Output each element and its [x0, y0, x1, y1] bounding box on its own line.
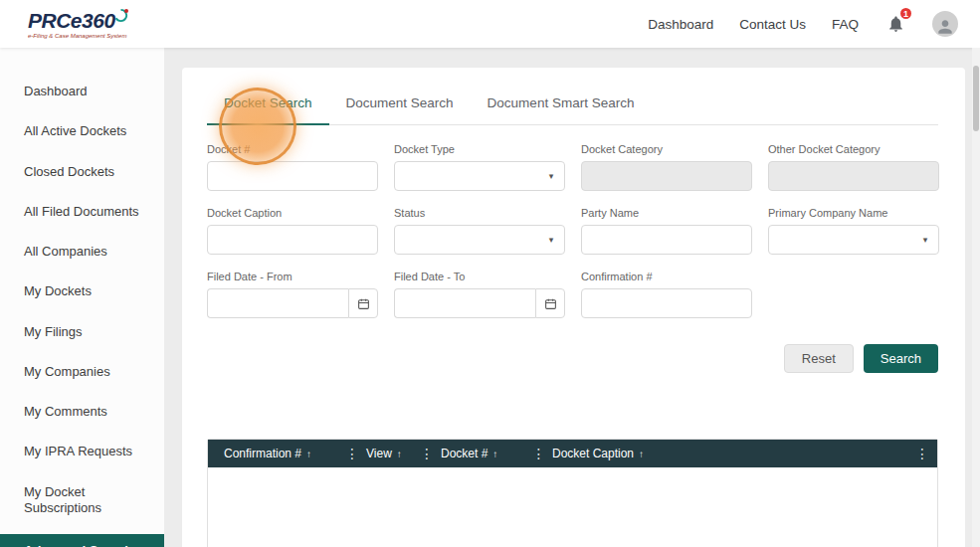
docket-caption-input[interactable]: [208, 226, 377, 254]
docket-category-label: Docket Category: [581, 143, 752, 155]
sort-asc-icon[interactable]: ↑: [397, 449, 402, 459]
column-docket-caption[interactable]: Docket Caption ↑: [552, 447, 907, 460]
sidebar-item-my-filings[interactable]: My Filings: [0, 312, 164, 352]
docket-number-input[interactable]: [208, 162, 377, 190]
column-label: Docket Caption: [552, 447, 634, 460]
sidebar-item-dashboard[interactable]: Dashboard: [0, 72, 164, 111]
column-menu-icon[interactable]: ⋮: [413, 446, 441, 461]
sort-asc-icon[interactable]: ↑: [639, 449, 644, 459]
tab-docket-search[interactable]: Docket Search: [207, 95, 329, 125]
status-input[interactable]: [395, 226, 538, 254]
sort-asc-icon[interactable]: ↑: [306, 449, 311, 459]
logo-tagline: e-Filing & Case Management System: [28, 33, 132, 39]
results-table-header: Confirmation # ↑ ⋮ View ↑ ⋮ Docket # ↑ ⋮…: [208, 440, 937, 467]
field-primary-company-name: Primary Company Name ▾: [768, 207, 939, 255]
sidebar-item-all-filed-documents[interactable]: All Filed Documents: [0, 192, 164, 232]
sidebar-item-all-companies[interactable]: All Companies: [0, 232, 164, 272]
docket-type-label: Docket Type: [394, 143, 565, 155]
search-button[interactable]: Search: [864, 344, 938, 373]
column-label: Docket #: [441, 447, 488, 460]
form-actions: Reset Search: [207, 344, 938, 373]
party-name-label: Party Name: [581, 207, 752, 219]
column-docket-number[interactable]: Docket # ↑: [441, 447, 525, 460]
filed-date-from-input[interactable]: [208, 289, 348, 317]
status-label: Status: [394, 207, 565, 219]
column-confirmation-number[interactable]: Confirmation # ↑: [208, 447, 338, 460]
chevron-down-icon[interactable]: ▾: [538, 162, 564, 190]
other-docket-category-input: [769, 162, 938, 190]
column-menu-icon[interactable]: ⋮: [525, 446, 552, 461]
tab-document-smart-search[interactable]: Document Smart Search: [471, 95, 652, 124]
app-logo[interactable]: PRCe360 e-Filing & Case Management Syste…: [28, 10, 132, 39]
field-filed-date-to: Filed Date - To: [394, 271, 565, 318]
chevron-down-icon[interactable]: ▾: [912, 226, 938, 254]
field-docket-caption: Docket Caption: [207, 207, 378, 255]
field-party-name: Party Name: [581, 207, 752, 255]
sidebar-item-my-companies[interactable]: My Companies: [0, 352, 164, 392]
primary-company-name-select[interactable]: ▾: [768, 225, 939, 255]
user-avatar[interactable]: [932, 11, 958, 37]
nav-contact-us[interactable]: Contact Us: [739, 17, 806, 32]
search-panel: Docket Search Document Search Document S…: [182, 68, 965, 547]
notification-badge: 1: [898, 6, 913, 21]
scrollbar-thumb[interactable]: [973, 66, 979, 131]
field-filed-date-from: Filed Date - From: [207, 271, 378, 318]
nav-faq[interactable]: FAQ: [832, 17, 859, 32]
filed-date-from-label: Filed Date - From: [207, 271, 378, 282]
filed-date-to-input[interactable]: [395, 289, 535, 317]
logo-text: PRCe360: [28, 10, 115, 31]
column-menu-icon[interactable]: ⋮: [338, 446, 366, 461]
docket-type-input[interactable]: [395, 162, 538, 190]
notification-bell-icon[interactable]: 1: [884, 13, 906, 35]
docket-number-label: Docket #: [207, 143, 378, 155]
header-nav: Dashboard Contact Us FAQ 1: [648, 11, 958, 37]
confirmation-number-input[interactable]: [582, 289, 751, 317]
search-tabs: Docket Search Document Search Document S…: [207, 95, 938, 125]
primary-company-name-input[interactable]: [769, 226, 912, 254]
party-name-input[interactable]: [582, 226, 751, 254]
sidebar-item-closed-dockets[interactable]: Closed Dockets: [0, 152, 164, 192]
column-label: Confirmation #: [224, 447, 301, 460]
docket-category-input: [582, 162, 751, 190]
field-docket-category: Docket Category: [581, 143, 752, 191]
sidebar-item-my-ipra-requests[interactable]: My IPRA Requests: [0, 432, 164, 471]
docket-search-form: Docket # Docket Type ▾ Docket Category O…: [207, 143, 938, 334]
sidebar-item-my-docket-subscriptions[interactable]: My Docket Subscriptions: [0, 472, 164, 529]
nav-dashboard[interactable]: Dashboard: [648, 17, 713, 32]
docket-caption-label: Docket Caption: [207, 207, 378, 219]
top-header: PRCe360 e-Filing & Case Management Syste…: [0, 0, 980, 48]
column-view[interactable]: View ↑: [366, 447, 413, 460]
sidebar-item-my-comments[interactable]: My Comments: [0, 392, 164, 432]
field-docket-type: Docket Type ▾: [394, 143, 565, 191]
logo-dot-icon: [124, 9, 128, 13]
reset-button[interactable]: Reset: [784, 344, 854, 373]
calendar-icon[interactable]: [348, 288, 378, 318]
column-menu-icon[interactable]: ⋮: [907, 446, 937, 461]
sidebar-item-all-active-dockets[interactable]: All Active Dockets: [0, 111, 164, 151]
sidebar-item-my-dockets[interactable]: My Dockets: [0, 272, 164, 311]
page-scrollbar: [972, 48, 980, 547]
field-status: Status ▾: [394, 207, 565, 255]
tab-document-search[interactable]: Document Search: [329, 95, 471, 124]
docket-type-select[interactable]: ▾: [394, 161, 565, 191]
field-confirmation-number: Confirmation #: [581, 271, 752, 318]
results-table: Confirmation # ↑ ⋮ View ↑ ⋮ Docket # ↑ ⋮…: [207, 439, 938, 547]
primary-company-name-label: Primary Company Name: [768, 207, 939, 219]
field-docket-number: Docket #: [207, 143, 378, 191]
results-table-body: [208, 467, 937, 547]
status-select[interactable]: ▾: [394, 225, 565, 255]
sort-asc-icon[interactable]: ↑: [492, 449, 497, 459]
field-other-docket-category: Other Docket Category: [768, 143, 939, 191]
filed-date-to-label: Filed Date - To: [394, 271, 565, 282]
other-docket-category-label: Other Docket Category: [768, 143, 939, 155]
column-label: View: [366, 447, 392, 460]
confirmation-number-label: Confirmation #: [581, 271, 752, 282]
chevron-down-icon[interactable]: ▾: [538, 226, 564, 254]
sidebar: Dashboard All Active Dockets Closed Dock…: [0, 48, 164, 547]
sidebar-item-advanced-search[interactable]: Advanced Search: [0, 534, 164, 547]
calendar-icon[interactable]: [535, 288, 565, 318]
